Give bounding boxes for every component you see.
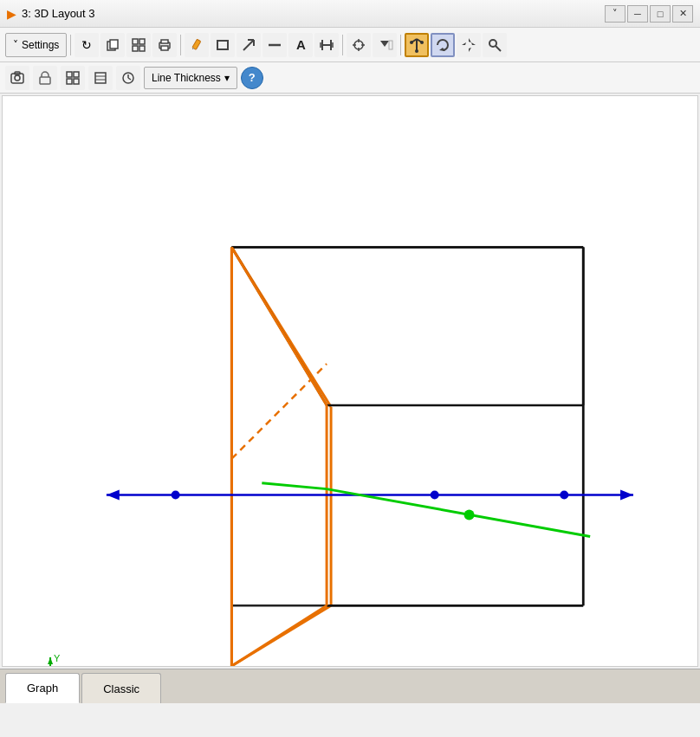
title-bar: ▶ 3: 3D Layout 3 ˅ ─ □ ✕ (0, 0, 700, 28)
tab-bar: Graph Classic (0, 669, 700, 703)
tab-classic-label: Classic (103, 682, 139, 695)
svg-line-40 (496, 46, 501, 51)
window-controls: ˅ ─ □ ✕ (605, 5, 693, 23)
line-angle-btn[interactable] (237, 33, 261, 57)
svg-rect-8 (161, 46, 168, 50)
close-btn[interactable]: ✕ (672, 5, 693, 23)
svg-point-42 (15, 75, 20, 81)
sep2 (180, 35, 181, 55)
toolbar2: Line Thickness ▾ ? (0, 62, 700, 94)
text-a-btn[interactable]: A (288, 33, 313, 57)
copy-layout-btn[interactable] (100, 33, 125, 57)
grid2-btn[interactable] (61, 66, 85, 90)
svg-marker-38 (470, 42, 476, 45)
svg-rect-7 (161, 40, 168, 43)
rectangle-btn[interactable] (211, 33, 235, 57)
app-icon: ▶ (7, 7, 16, 21)
svg-rect-11 (217, 41, 228, 49)
svg-rect-49 (95, 73, 106, 83)
svg-rect-2 (133, 39, 138, 44)
main-canvas: Y X Z 20 mm (3, 96, 697, 666)
sep3 (342, 35, 343, 55)
svg-marker-26 (380, 41, 389, 47)
grid-btn[interactable] (126, 33, 151, 57)
window-title: 3: 3D Layout 3 (22, 7, 95, 20)
help-btn[interactable]: ? (241, 67, 263, 89)
lock-btn[interactable] (33, 66, 57, 90)
svg-rect-5 (139, 46, 145, 51)
line-straight-btn[interactable] (262, 33, 287, 57)
svg-rect-48 (74, 79, 79, 84)
chevron-icon: ˅ (13, 39, 18, 51)
settings-button[interactable]: ˅ Settings (5, 33, 67, 57)
svg-marker-37 (462, 42, 468, 45)
tab-classic[interactable]: Classic (81, 673, 161, 703)
chevron-down-btn[interactable]: ˅ (605, 5, 625, 23)
svg-marker-36 (469, 46, 471, 52)
sep1 (70, 35, 71, 55)
svg-point-39 (489, 40, 496, 47)
tab-graph[interactable]: Graph (5, 673, 80, 703)
svg-point-79 (560, 491, 568, 500)
svg-rect-47 (67, 79, 72, 84)
svg-point-77 (172, 491, 180, 500)
trident-btn[interactable] (405, 33, 429, 57)
settings-label: Settings (22, 39, 59, 51)
move-btn[interactable] (457, 33, 481, 57)
svg-point-81 (464, 510, 475, 520)
pencil-btn[interactable] (185, 33, 209, 57)
svg-point-31 (415, 49, 418, 53)
clock-btn[interactable] (116, 66, 140, 90)
svg-rect-1 (110, 40, 118, 48)
arrow-dropdown-btn[interactable] (373, 33, 397, 57)
sep4 (400, 35, 401, 55)
print-btn[interactable] (152, 33, 177, 57)
line-thickness-dropdown-icon: ▾ (224, 72, 230, 84)
svg-line-12 (243, 40, 254, 50)
tab-graph-label: Graph (27, 682, 58, 695)
svg-line-54 (128, 78, 131, 80)
maximize-btn[interactable]: □ (650, 5, 671, 23)
svg-point-33 (420, 41, 424, 44)
layers-btn[interactable] (88, 66, 113, 90)
svg-text:Y: Y (54, 653, 61, 663)
svg-rect-44 (40, 77, 50, 84)
snapshot-btn[interactable] (5, 66, 29, 90)
line-thickness-btn[interactable]: Line Thickness ▾ (144, 67, 237, 89)
svg-rect-55 (3, 96, 697, 666)
arrow-target-btn[interactable] (347, 33, 371, 57)
minimize-btn[interactable]: ─ (627, 5, 648, 23)
text-h-btn[interactable] (314, 33, 339, 57)
svg-rect-45 (67, 72, 72, 77)
svg-point-78 (431, 491, 439, 500)
svg-rect-4 (133, 46, 138, 51)
svg-rect-27 (389, 41, 392, 49)
refresh-btn[interactable]: ↻ (75, 33, 99, 57)
svg-marker-35 (469, 38, 471, 44)
search-btn[interactable] (483, 33, 507, 57)
toolbar1: ˅ Settings ↻ A (0, 28, 700, 62)
svg-point-32 (410, 41, 413, 44)
line-thickness-label: Line Thickness (152, 72, 221, 84)
svg-rect-46 (74, 72, 79, 77)
svg-rect-3 (139, 39, 145, 44)
canvas-area: Y X Z 20 mm (2, 95, 698, 667)
rotate-btn[interactable] (431, 33, 455, 57)
